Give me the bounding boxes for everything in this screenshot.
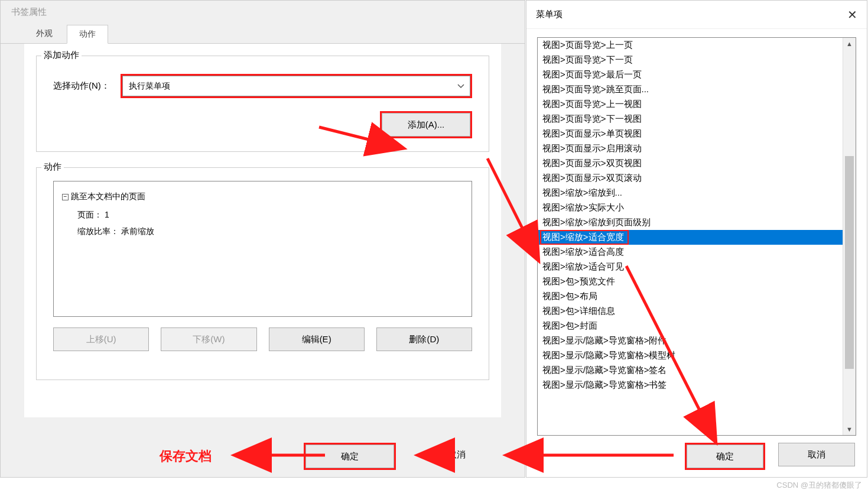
zoom-value: 承前缩放 <box>121 226 154 236</box>
right-cancel-button[interactable]: 取消 <box>778 443 855 466</box>
menu-item[interactable]: 视图>包>详细信息 <box>538 304 843 319</box>
menu-dialog-title: 菜单项 <box>536 9 563 20</box>
menu-item[interactable]: 视图>缩放>缩放到页面级别 <box>538 215 843 230</box>
select-action-label: 选择动作(N)： <box>53 80 110 92</box>
add-button[interactable]: 添加(A)... <box>382 113 470 137</box>
menu-item[interactable]: 视图>页面导览>上一页 <box>538 38 843 53</box>
tab-strip: 外观 动作 <box>1 24 525 44</box>
tree-head-label: 跳至本文档中的页面 <box>71 192 145 202</box>
right-ok-button[interactable]: 确定 <box>687 445 763 468</box>
dialog-title: 书签属性 <box>1 1 525 24</box>
add-action-legend: 添加动作 <box>41 50 82 61</box>
menu-item[interactable]: 视图>缩放>适合宽度 <box>538 230 843 245</box>
move-up-button[interactable]: 上移(U) <box>53 327 149 351</box>
menu-item[interactable]: 视图>页面显示>双页滚动 <box>538 171 843 186</box>
menu-item[interactable]: 视图>显示/隐藏>导览窗格>附件 <box>538 333 843 348</box>
left-cancel-button[interactable]: 取消 <box>412 443 501 466</box>
menu-item[interactable]: 视图>页面显示>单页视图 <box>538 127 843 141</box>
menu-item[interactable]: 视图>包>布局 <box>538 289 843 304</box>
scroll-down-icon[interactable]: ▼ <box>843 423 856 435</box>
menu-item[interactable]: 视图>页面导览>上一视图 <box>538 97 843 112</box>
menu-item[interactable]: 视图>包>预览文件 <box>538 274 843 289</box>
collapse-icon[interactable]: − <box>62 194 69 200</box>
menu-item-dialog: 菜单项 ✕ 视图>页面导览>上一页视图>页面导览>下一页视图>页面导览>最后一页… <box>526 0 867 478</box>
tab-appearance[interactable]: 外观 <box>24 25 64 43</box>
menu-item[interactable]: 视图>包>封面 <box>538 319 843 333</box>
select-action-value: 执行菜单项 <box>129 81 456 92</box>
menu-item[interactable]: 视图>页面显示>双页视图 <box>538 156 843 171</box>
ok-button-highlight: 确定 <box>304 443 396 470</box>
tree-head-row[interactable]: − 跳至本文档中的页面 <box>62 190 463 204</box>
annotation-save-doc: 保存文档 <box>160 447 212 465</box>
action-list-box[interactable]: − 跳至本文档中的页面 页面： 1 缩放比率： 承前缩放 <box>53 181 472 317</box>
scrollbar[interactable]: ▲ ▼ <box>843 38 856 435</box>
tree-child-zoom: 缩放比率： 承前缩放 <box>62 220 463 237</box>
menu-item[interactable]: 视图>显示/隐藏>导览窗格>书签 <box>538 378 843 393</box>
menu-list[interactable]: 视图>页面导览>上一页视图>页面导览>下一页视图>页面导览>最后一页视图>页面导… <box>538 38 843 435</box>
menu-item[interactable]: 视图>页面显示>启用滚动 <box>538 141 843 156</box>
delete-button[interactable]: 删除(D) <box>376 327 472 351</box>
left-ok-button[interactable]: 确定 <box>305 445 394 468</box>
scroll-up-icon[interactable]: ▲ <box>843 38 856 50</box>
menu-item[interactable]: 视图>显示/隐藏>导览窗格>模型树 <box>538 348 843 363</box>
close-icon[interactable]: ✕ <box>847 8 857 22</box>
edit-button[interactable]: 编辑(E) <box>269 327 365 351</box>
add-action-group: 添加动作 选择动作(N)： 执行菜单项 添加(A)... <box>36 56 489 152</box>
bookmark-properties-dialog: 书签属性 外观 动作 添加动作 选择动作(N)： 执行菜单项 <box>0 0 525 478</box>
tab-body: 添加动作 选择动作(N)： 执行菜单项 添加(A)... <box>24 44 501 417</box>
menu-list-container: 视图>页面导览>上一页视图>页面导览>下一页视图>页面导览>最后一页视图>页面导… <box>537 37 856 436</box>
left-dialog-footer: 确定 取消 <box>1 443 525 470</box>
chevron-down-icon <box>456 81 466 92</box>
right-dialog-footer: 确定 取消 <box>685 443 855 470</box>
menu-item[interactable]: 视图>页面导览>下一视图 <box>538 112 843 127</box>
zoom-label: 缩放比率： <box>77 226 119 236</box>
action-list-group: 动作 − 跳至本文档中的页面 页面： 1 缩放比率： 承前缩放 上移(U) 下移… <box>36 167 489 380</box>
tab-action[interactable]: 动作 <box>67 25 108 44</box>
menu-item[interactable]: 视图>页面导览>最后一页 <box>538 67 843 82</box>
select-action-dropdown[interactable]: 执行菜单项 <box>122 76 470 96</box>
move-down-button[interactable]: 下移(W) <box>161 327 256 351</box>
menu-item[interactable]: 视图>缩放>适合可见 <box>538 260 843 274</box>
tree-child-page: 页面： 1 <box>62 204 463 220</box>
menu-item[interactable]: 视图>缩放>适合高度 <box>538 245 843 260</box>
menu-item[interactable]: 视图>缩放>缩放到... <box>538 186 843 200</box>
page-label: 页面： <box>77 210 102 219</box>
watermark: CSDN @丑的猪都傻眼了 <box>776 480 862 491</box>
action-list-legend: 动作 <box>41 161 64 173</box>
select-action-highlight: 执行菜单项 <box>121 74 472 98</box>
menu-item[interactable]: 视图>页面导览>跳至页面... <box>538 82 843 97</box>
right-ok-highlight: 确定 <box>685 443 765 470</box>
menu-item[interactable]: 视图>页面导览>下一页 <box>538 53 843 67</box>
menu-item[interactable]: 视图>缩放>实际大小 <box>538 200 843 215</box>
scrollbar-thumb[interactable] <box>845 156 854 369</box>
add-button-highlight: 添加(A)... <box>380 111 472 138</box>
page-value: 1 <box>105 210 109 219</box>
menu-item[interactable]: 视图>显示/隐藏>导览窗格>签名 <box>538 363 843 378</box>
